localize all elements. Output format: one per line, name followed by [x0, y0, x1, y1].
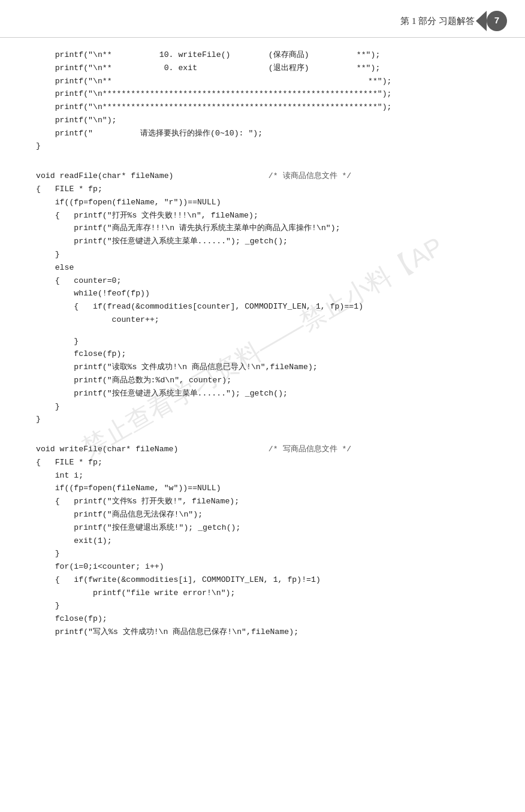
- code-line: fclose(fp);: [36, 348, 489, 361]
- code-line: printf("\n** 10. writeFile() (保存商品) **")…: [36, 49, 489, 62]
- code-line: { printf("打开%s 文件失败!!!\n", fileName);: [36, 209, 489, 222]
- code-line: { if(fwrite(&commodities[i], COMMODITY_L…: [36, 573, 489, 587]
- code-line: if((fp=fopen(fileName, "r"))==NULL): [36, 196, 489, 209]
- code-line: printf("file write error!\n");: [36, 587, 489, 600]
- code-line: printf("商品信息无法保存!\n");: [36, 508, 489, 521]
- code-line: void readFile(char* fileName) /* 读商品信息文件…: [36, 170, 489, 183]
- code-line: }: [36, 599, 489, 612]
- code-line: else: [36, 261, 489, 274]
- code-line: printf("按任意键进入系统主菜单......"); _getch();: [36, 387, 489, 400]
- code-line: }: [36, 248, 489, 261]
- code-line: if((fp=fopen(fileName, "w"))==NULL): [36, 482, 489, 495]
- page-header: 第 1 部分 习题解答 7: [0, 0, 525, 38]
- code-line: printf("\n******************************…: [36, 101, 489, 114]
- code-line: printf("写入%s 文件成功!\n 商品信息已保存!\n",fileNam…: [36, 626, 489, 639]
- code-line: counter++;: [36, 313, 489, 327]
- code-line: }: [36, 413, 489, 426]
- code-line: printf("读取%s 文件成功!\n 商品信息已导入!\n",fileNam…: [36, 361, 489, 374]
- code-line: }: [36, 140, 489, 153]
- code-line: printf("\n");: [36, 114, 489, 127]
- code-line: printf("商品无库存!!!\n 请先执行系统主菜单中的商品入库操作!\n"…: [36, 222, 489, 235]
- code-line: printf("\n** **");: [36, 75, 489, 88]
- code-line: { if(fread(&commodities[counter], COMMOD…: [36, 300, 489, 313]
- code-line: printf(" 请选择要执行的操作(0~10): ");: [36, 127, 489, 140]
- code-line: printf("\n******************************…: [36, 87, 489, 101]
- code-line: int i;: [36, 469, 489, 482]
- code-line: printf("按任意键退出系统!"); _getch();: [36, 521, 489, 535]
- code-line: { FILE * fp;: [36, 456, 489, 469]
- code-line: printf("\n** 0. exit (退出程序) **");: [36, 62, 489, 75]
- section-title: 第 1 部分 习题解答: [400, 16, 475, 27]
- code-line: { printf("文件%s 打开失败!", fileName);: [36, 495, 489, 508]
- code-line: }: [36, 547, 489, 560]
- page: 第 1 部分 习题解答 7 printf("\n** 10. writeFile…: [0, 0, 525, 812]
- code-area: printf("\n** 10. writeFile() (保存商品) **")…: [0, 43, 525, 651]
- code-line: { FILE * fp;: [36, 183, 489, 196]
- code-line: fclose(fp);: [36, 612, 489, 626]
- code-line: printf("按任意键进入系统主菜单......"); _getch();: [36, 235, 489, 248]
- code-line: }: [36, 335, 489, 348]
- page-number-badge: 7: [487, 11, 507, 31]
- code-line: printf("商品总数为:%d\n", counter);: [36, 374, 489, 387]
- code-line: exit(1);: [36, 535, 489, 548]
- code-line: for(i=0;i<counter; i++): [36, 560, 489, 573]
- code-line: while(!feof(fp)): [36, 287, 489, 300]
- code-line: void writeFile(char* fileName) /* 写商品信息文…: [36, 443, 489, 456]
- code-line: { counter=0;: [36, 274, 489, 288]
- page-number: 7: [494, 16, 499, 26]
- code-line: }: [36, 400, 489, 413]
